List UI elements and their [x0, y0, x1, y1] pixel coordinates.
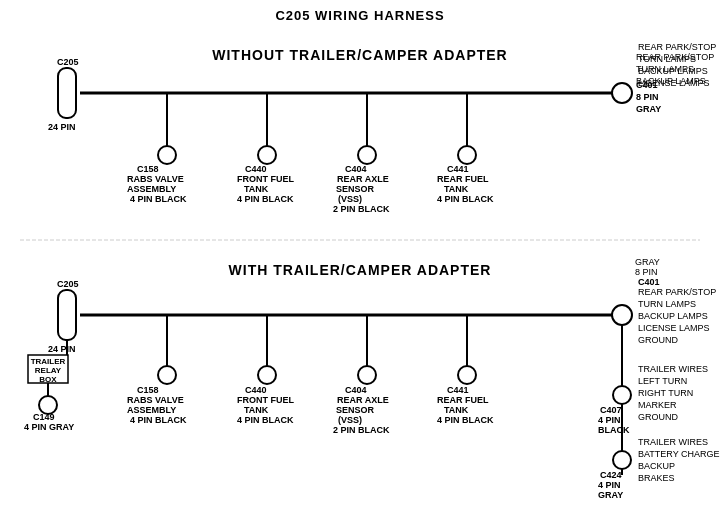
svg-text:REAR FUEL: REAR FUEL [437, 395, 489, 405]
svg-text:C424: C424 [600, 470, 622, 480]
svg-text:GRAY: GRAY [598, 490, 623, 500]
svg-text:BRAKES: BRAKES [638, 473, 675, 483]
svg-text:LICENSE LAMPS: LICENSE LAMPS [638, 78, 710, 88]
svg-text:4 PIN: 4 PIN [598, 480, 621, 490]
svg-rect-2 [58, 68, 76, 118]
svg-text:GROUND: GROUND [638, 335, 678, 345]
svg-text:C440: C440 [245, 164, 267, 174]
svg-text:RELAY: RELAY [35, 366, 62, 375]
svg-point-23 [258, 146, 276, 164]
svg-text:LICENSE LAMPS: LICENSE LAMPS [638, 323, 710, 333]
svg-text:BLACK: BLACK [598, 425, 630, 435]
svg-text:4 PIN GRAY: 4 PIN GRAY [24, 422, 74, 432]
svg-text:TURN LAMPS: TURN LAMPS [638, 54, 696, 64]
svg-text:ASSEMBLY: ASSEMBLY [127, 184, 176, 194]
svg-text:TRAILER: TRAILER [31, 357, 66, 366]
svg-text:BACKUP: BACKUP [638, 461, 675, 471]
svg-text:C205: C205 [57, 57, 79, 67]
svg-text:TANK: TANK [444, 184, 469, 194]
svg-point-36 [458, 146, 476, 164]
svg-point-104 [458, 366, 476, 384]
svg-text:C441: C441 [447, 385, 469, 395]
svg-text:4 PIN BLACK: 4 PIN BLACK [130, 415, 187, 425]
svg-text:8 PIN: 8 PIN [636, 92, 659, 102]
svg-text:ASSEMBLY: ASSEMBLY [127, 405, 176, 415]
svg-text:SENSOR: SENSOR [336, 405, 375, 415]
svg-text:BACKUP LAMPS: BACKUP LAMPS [638, 66, 708, 76]
svg-text:4 PIN: 4 PIN [598, 415, 621, 425]
svg-text:GRAY: GRAY [636, 104, 661, 114]
svg-text:C404: C404 [345, 385, 367, 395]
wiring-diagram: WITHOUT TRAILER/CAMPER ADAPTER C205 24 P… [0, 0, 720, 517]
svg-text:REAR FUEL: REAR FUEL [437, 174, 489, 184]
svg-text:C158: C158 [137, 385, 159, 395]
svg-text:GROUND: GROUND [638, 412, 678, 422]
svg-text:REAR AXLE: REAR AXLE [337, 174, 389, 184]
svg-text:TRAILER WIRES: TRAILER WIRES [638, 364, 708, 374]
svg-text:4 PIN BLACK: 4 PIN BLACK [437, 194, 494, 204]
svg-point-67 [613, 386, 631, 404]
svg-point-5 [612, 83, 632, 103]
svg-text:C404: C404 [345, 164, 367, 174]
svg-text:FRONT FUEL: FRONT FUEL [237, 395, 294, 405]
svg-text:4 PIN BLACK: 4 PIN BLACK [237, 194, 294, 204]
svg-point-57 [612, 305, 632, 325]
svg-text:MARKER: MARKER [638, 400, 677, 410]
svg-text:TANK: TANK [244, 405, 269, 415]
svg-text:24 PIN: 24 PIN [48, 122, 76, 132]
svg-text:BATTERY CHARGE: BATTERY CHARGE [638, 449, 720, 459]
svg-text:TANK: TANK [444, 405, 469, 415]
svg-text:BACKUP LAMPS: BACKUP LAMPS [638, 311, 708, 321]
svg-point-29 [358, 146, 376, 164]
svg-text:C158: C158 [137, 164, 159, 174]
diagram-container: C205 WIRING HARNESS WITHOUT TRAILER/CAMP… [0, 0, 720, 517]
svg-text:4 PIN BLACK: 4 PIN BLACK [237, 415, 294, 425]
svg-text:C401: C401 [638, 277, 660, 287]
svg-text:GRAY: GRAY [635, 257, 660, 267]
svg-text:(VSS): (VSS) [338, 194, 362, 204]
svg-point-17 [158, 146, 176, 164]
svg-text:TRAILER WIRES: TRAILER WIRES [638, 437, 708, 447]
svg-text:RABS VALVE: RABS VALVE [127, 395, 184, 405]
svg-text:WITHOUT  TRAILER/CAMPER ADAPTE: WITHOUT TRAILER/CAMPER ADAPTER [212, 47, 507, 63]
svg-rect-44 [58, 290, 76, 340]
svg-point-76 [613, 451, 631, 469]
svg-point-85 [158, 366, 176, 384]
svg-text:4 PIN BLACK: 4 PIN BLACK [130, 194, 187, 204]
svg-text:2 PIN BLACK: 2 PIN BLACK [333, 204, 390, 214]
svg-text:24 PIN: 24 PIN [48, 344, 76, 354]
svg-text:2 PIN BLACK: 2 PIN BLACK [333, 425, 390, 435]
svg-text:SENSOR: SENSOR [336, 184, 375, 194]
svg-text:FRONT FUEL: FRONT FUEL [237, 174, 294, 184]
svg-text:C149: C149 [33, 412, 55, 422]
svg-text:BOX: BOX [39, 375, 57, 384]
svg-text:REAR PARK/STOP: REAR PARK/STOP [638, 287, 716, 297]
svg-text:C441: C441 [447, 164, 469, 174]
svg-text:TANK: TANK [244, 184, 269, 194]
svg-point-91 [258, 366, 276, 384]
svg-text:(VSS): (VSS) [338, 415, 362, 425]
svg-point-97 [358, 366, 376, 384]
svg-text:C440: C440 [245, 385, 267, 395]
svg-text:TURN LAMPS: TURN LAMPS [638, 299, 696, 309]
svg-text:C205: C205 [57, 279, 79, 289]
svg-text:8 PIN: 8 PIN [635, 267, 658, 277]
svg-text:LEFT TURN: LEFT TURN [638, 376, 687, 386]
svg-text:REAR AXLE: REAR AXLE [337, 395, 389, 405]
svg-text:C407: C407 [600, 405, 622, 415]
svg-text:4 PIN BLACK: 4 PIN BLACK [437, 415, 494, 425]
svg-text:WITH TRAILER/CAMPER ADAPTER: WITH TRAILER/CAMPER ADAPTER [229, 262, 492, 278]
svg-text:RIGHT TURN: RIGHT TURN [638, 388, 693, 398]
svg-text:RABS VALVE: RABS VALVE [127, 174, 184, 184]
svg-text:REAR PARK/STOP: REAR PARK/STOP [638, 42, 716, 52]
